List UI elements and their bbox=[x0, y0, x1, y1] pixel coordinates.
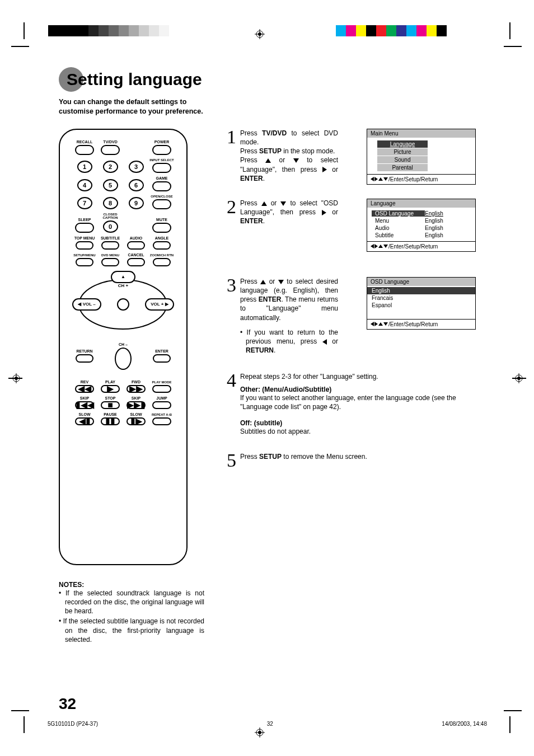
num-7-button: 7 bbox=[77, 197, 92, 209]
crop-mark bbox=[11, 710, 29, 711]
osd-row: SubtitleEnglish bbox=[372, 232, 471, 239]
vol-down-button: ◀ VOL – bbox=[72, 298, 101, 311]
footer-date: 14/08/2003, 14:48 bbox=[442, 721, 487, 727]
osd-row: AudioEnglish bbox=[372, 224, 471, 232]
ch-down-button bbox=[115, 348, 132, 370]
right-arrow-icon bbox=[322, 167, 327, 172]
osd-language-menu: Language OSD LanguageEnglish MenuEnglish… bbox=[367, 199, 476, 252]
step-1: 1 Press TV/DVD to select DVD mode. Press… bbox=[227, 129, 476, 199]
setup-button bbox=[76, 258, 93, 266]
sleep-label: SLEEP bbox=[78, 218, 91, 222]
crop-mark bbox=[504, 46, 522, 47]
osd-item: Espanol bbox=[367, 302, 475, 309]
note-item: If the selected soundtrack language is n… bbox=[59, 589, 204, 616]
osd-item: Francais bbox=[367, 294, 475, 302]
center-button bbox=[117, 298, 129, 311]
topmenu-button bbox=[76, 241, 93, 250]
num-5-button: 5 bbox=[103, 179, 118, 191]
osd-osd-language-menu: OSD Language English Francais Espanol /E… bbox=[367, 277, 476, 330]
right-arrow-icon bbox=[322, 210, 326, 215]
direction-pad: ▲ CH + ◀ VOL – VOL + ▶ bbox=[72, 271, 174, 338]
num-4-button: 4 bbox=[77, 179, 92, 191]
pause-button: ▮▮ bbox=[101, 417, 120, 425]
angle-label: ANGLE bbox=[155, 236, 169, 240]
osd-footer: /Enter/Setup/Return bbox=[367, 174, 475, 184]
osd-title: OSD Language bbox=[367, 278, 475, 286]
tvdvd-label: TV/DVD bbox=[103, 140, 118, 144]
rev-button: ◀◀ bbox=[75, 385, 94, 393]
svg-point-3 bbox=[258, 32, 261, 36]
num-8-button: 8 bbox=[103, 197, 118, 209]
osd-item: Picture bbox=[377, 148, 428, 156]
return-label: RETURN bbox=[76, 349, 92, 353]
osd-main-menu: Main Menu Language Picture Sound Parenta… bbox=[367, 129, 476, 185]
enter-label: ENTER bbox=[155, 349, 168, 353]
step-3-text: Press or to select desired language (e.g… bbox=[240, 277, 338, 322]
game-button bbox=[152, 181, 171, 191]
note-item: If the selected subtitle language is not… bbox=[59, 617, 204, 644]
num-9-button: 9 bbox=[129, 197, 144, 209]
step-4: 4 Repeat steps 2-3 for other "Language" … bbox=[227, 372, 476, 436]
off-text: Subtitles do not appear. bbox=[240, 427, 476, 436]
up-arrow-icon bbox=[261, 201, 267, 206]
color-bar-bw bbox=[48, 25, 169, 36]
num-6-button: 6 bbox=[129, 179, 144, 191]
chp-label: CH + bbox=[118, 283, 128, 288]
intro-text: You can change the default settings to c… bbox=[59, 97, 204, 116]
up-arrow-icon bbox=[265, 158, 271, 163]
num-0-button: 0 bbox=[103, 220, 118, 233]
tvdvd-button bbox=[101, 145, 120, 155]
jump-label: JUMP bbox=[156, 396, 167, 400]
registration-mark bbox=[255, 727, 265, 738]
registration-mark bbox=[255, 29, 265, 39]
sleep-button bbox=[75, 223, 94, 233]
input-select-label: INPUT SELECT bbox=[149, 158, 174, 162]
recall-button bbox=[75, 145, 94, 155]
input-select-button bbox=[152, 163, 171, 173]
repeat-label: REPEAT A-B bbox=[152, 413, 172, 416]
step-2: 2 Press or to select "OSD Language", the… bbox=[227, 199, 476, 277]
jump-button bbox=[152, 401, 171, 409]
audio-button bbox=[127, 241, 145, 250]
cc-label: CLOSEDCAPTION bbox=[103, 213, 118, 219]
osd-title: Language bbox=[367, 199, 475, 208]
footer: 5G10101D (P24-37) 32 14/08/2003, 14:48 bbox=[48, 721, 487, 727]
down-arrow-icon bbox=[293, 158, 299, 163]
cancel-label: CANCEL bbox=[128, 253, 144, 257]
subheading-other: Other: (Menu/Audio/Subtitle) bbox=[240, 386, 476, 393]
num-1-button: 1 bbox=[77, 161, 92, 173]
up-arrow-icon bbox=[260, 280, 266, 284]
other-text: If you want to select another language, … bbox=[240, 393, 476, 411]
notes-heading: NOTES: bbox=[59, 581, 207, 589]
subheading-off: Off: (subtitle) bbox=[240, 419, 476, 427]
dvdmenu-label: DVD MENU bbox=[101, 253, 119, 257]
game-label: GAME bbox=[156, 176, 168, 180]
slow-back-button: ◀▮ bbox=[75, 417, 94, 425]
step-number: 1 bbox=[227, 129, 240, 183]
num-2-button: 2 bbox=[103, 161, 118, 173]
setup-label: SETUP/MENU bbox=[73, 253, 95, 257]
osd-item: Language bbox=[377, 140, 428, 148]
stop-label: STOP bbox=[105, 396, 116, 400]
num-3-button: 3 bbox=[129, 161, 144, 173]
osd-item: Parental bbox=[377, 164, 428, 171]
angle-button bbox=[153, 241, 171, 250]
open-close-label: OPEN/CLOSE bbox=[151, 195, 172, 198]
repeat-button bbox=[152, 417, 171, 425]
step-3-bullet: If you want to return to the previous me… bbox=[240, 328, 338, 355]
recall-label: RECALL bbox=[77, 140, 92, 144]
play-button: ▶ bbox=[101, 385, 120, 393]
skip-back-button: ▮◀◀ bbox=[75, 401, 94, 409]
crop-mark bbox=[509, 22, 510, 39]
stop-button: ■ bbox=[101, 401, 120, 409]
osd-row: OSD LanguageEnglish bbox=[372, 210, 471, 217]
zoom-label: ZOOM/CH RTN bbox=[150, 253, 174, 257]
footer-page: 32 bbox=[267, 721, 273, 727]
power-button bbox=[152, 145, 171, 155]
osd-footer: /Enter/Setup/Return bbox=[367, 241, 475, 251]
playmode-label: PLAY MODE bbox=[152, 381, 171, 384]
footer-file: 5G10101D (P24-37) bbox=[48, 721, 98, 727]
svg-point-7 bbox=[15, 377, 18, 380]
audio-label: AUDIO bbox=[130, 236, 143, 240]
mute-button bbox=[152, 223, 171, 233]
